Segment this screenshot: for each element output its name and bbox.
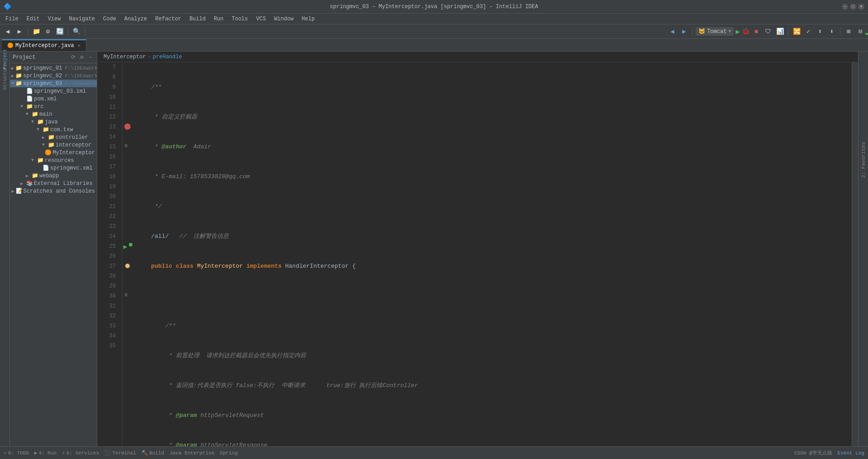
debug-button[interactable]: 🐞 <box>742 28 750 35</box>
menu-run[interactable]: Run <box>210 15 227 23</box>
tree-label: main <box>39 111 52 118</box>
panel-minimize-icon[interactable]: – <box>87 54 94 61</box>
tab-myinterceptor[interactable]: 🟠 MyInterceptor.java ✕ <box>2 39 86 51</box>
run-button[interactable]: ▶ <box>736 27 740 36</box>
status-java-enterprise[interactable]: Java Enterprise <box>170 450 214 456</box>
toolbar-layout-button[interactable]: ⊞ <box>844 27 854 37</box>
tree-item-springmvc01[interactable]: ▶ 📁 springmvc_01 F:\IDEAWorkspri <box>10 64 97 72</box>
tree-arrow: ▶ <box>26 173 30 179</box>
title-bar-left: 🔷 <box>4 3 11 10</box>
minimize-button[interactable]: – <box>842 4 848 10</box>
close-button[interactable]: ✕ <box>858 4 864 10</box>
tree-folder-icon: 📁 <box>32 111 38 118</box>
run-config-selector[interactable]: 🐱 Tomcat ▼ <box>696 27 734 36</box>
tree-label: External Libraries <box>34 180 93 187</box>
tree-item-scratches[interactable]: ▶ 📝 Scratches and Consoles <box>10 187 97 195</box>
tree-folder-icon: 📁 <box>26 103 33 110</box>
line-num-34: 34 <box>100 331 118 341</box>
menu-refactor[interactable]: Refactor <box>151 15 185 23</box>
status-csdn: CSDN @学无止路 <box>794 450 832 456</box>
toolbar-folder-button[interactable]: 📁 <box>31 27 41 37</box>
code-content[interactable]: /** * 自定义拦截器 * @author Adair * E-mail: 1… <box>133 62 852 446</box>
toolbar-commit-button[interactable]: ✓ <box>803 27 813 37</box>
breadcrumb-method[interactable]: preHandle <box>153 54 182 60</box>
status-todo[interactable]: ✓ 6: TODO <box>4 450 29 456</box>
tree-arrow: ▶ <box>42 135 47 140</box>
tree-item-webapp[interactable]: ▶ 📁 webapp <box>10 172 97 180</box>
menu-edit[interactable]: Edit <box>23 15 43 23</box>
project-tool-button[interactable]: Project <box>1 55 9 63</box>
tree-item-java[interactable]: ▼ 📁 java <box>10 118 97 126</box>
tree-item-iml[interactable]: 📄 springmvc_03.iml <box>10 87 97 95</box>
tree-item-springmvc02[interactable]: ▶ 📁 springmvc_02 F:\IDEAWorkspri <box>10 72 97 80</box>
line-num-25: 25 <box>100 241 118 251</box>
tree-folder-icon: 📁 <box>15 65 22 71</box>
tree-item-myinterceptor[interactable]: 🟠 MyInterceptor <box>10 149 97 156</box>
nav-prev-button[interactable]: ◀ <box>667 27 677 37</box>
tree-class-icon: 🟠 <box>45 149 51 156</box>
gutter-fold-30[interactable]: ≡ <box>124 292 127 298</box>
status-services[interactable]: ⚡ 8: Services <box>62 450 99 456</box>
tree-item-interceptor[interactable]: ▼ 📁 interceptor <box>10 141 97 149</box>
toolbar-settings-button[interactable]: ⚙ <box>43 27 53 37</box>
menu-view[interactable]: View <box>44 15 65 23</box>
panel-sync-icon[interactable]: ⟳ <box>70 54 77 61</box>
event-log[interactable]: Event Log <box>838 450 864 456</box>
tree-item-src[interactable]: ▼ 📁 src <box>10 103 97 110</box>
nav-next-button[interactable]: ▶ <box>679 27 689 37</box>
menu-vcs[interactable]: VCS <box>253 15 270 23</box>
panel-settings-icon[interactable]: ⚙ <box>78 54 85 61</box>
stop-button[interactable]: ■ <box>751 27 761 37</box>
tree-item-resources[interactable]: ▼ 📁 resources <box>10 156 97 164</box>
tree-item-controller[interactable]: ▶ 📁 controller <box>10 133 97 141</box>
terminal-icon: ⬛ <box>104 450 111 456</box>
breadcrumb-class[interactable]: MyInterceptor <box>104 54 146 60</box>
status-spring[interactable]: Spring <box>220 450 238 456</box>
toolbar-back-button[interactable]: ◀ <box>3 27 13 37</box>
tree-item-comtxw[interactable]: ▼ 📁 com.txw <box>10 126 97 133</box>
menu-analyze[interactable]: Analyze <box>121 15 151 23</box>
toolbar-forward-button[interactable]: ▶ <box>14 27 24 37</box>
toolbar-profile-button[interactable]: 📊 <box>775 27 785 37</box>
tree-arrow: ▼ <box>26 112 30 117</box>
maximize-button[interactable]: □ <box>850 4 856 10</box>
gutter-fold-15[interactable]: ≡ <box>124 143 127 149</box>
menu-build[interactable]: Build <box>186 15 209 23</box>
menu-window[interactable]: Window <box>270 15 297 23</box>
menu-tools[interactable]: Tools <box>228 15 252 23</box>
toolbar-pull-button[interactable]: ⬇ <box>827 27 837 37</box>
status-run[interactable]: ▶ 4: Run <box>34 450 57 456</box>
tree-item-pom[interactable]: 📄 pom.xml <box>10 95 97 103</box>
tree-item-springmvc03[interactable]: ▼ 📁 springmvc_03 F:\IDEAWorkspri <box>10 80 97 87</box>
status-terminal[interactable]: ⬛ Terminal <box>104 450 136 456</box>
tree-label: resources <box>45 157 74 164</box>
toolbar-push-button[interactable]: ⬆ <box>815 27 825 37</box>
tree-label: interceptor <box>56 142 91 148</box>
left-tool-buttons: Project Structure <box>0 52 10 446</box>
toolbar-search-button[interactable]: 🔍 <box>71 27 81 37</box>
tree-arrow <box>20 89 25 94</box>
tree-item-springmvcxml[interactable]: 📄 springmvc.xml <box>10 164 97 172</box>
tree-item-main[interactable]: ▼ 📁 main <box>10 110 97 118</box>
toolbar-sync-button[interactable]: 🔄 <box>55 27 65 37</box>
line-num-30: 30 <box>100 291 118 301</box>
structure-tool-button[interactable]: Structure <box>1 72 9 80</box>
line-num-11: 11 <box>100 102 118 112</box>
menu-navigate[interactable]: Navigate <box>65 15 99 23</box>
gutter-breakpoint-13[interactable] <box>124 123 131 130</box>
tree-lib-icon: 📚 <box>26 180 33 187</box>
tree-xml-icon: 📄 <box>42 165 49 171</box>
menu-file[interactable]: File <box>2 15 22 23</box>
tree-file-icon: 📄 <box>26 88 33 95</box>
menu-code[interactable]: Code <box>99 15 120 23</box>
toolbar-separator-5 <box>788 28 788 36</box>
toolbar-git-button[interactable]: 🔀 <box>792 27 802 37</box>
favorites-label[interactable]: 2: Favorites <box>861 142 866 178</box>
menu-help[interactable]: Help <box>298 15 318 23</box>
toolbar-coverage-button[interactable]: 🛡 <box>763 27 773 37</box>
toolbar-layout2-button[interactable]: ⊟ <box>855 27 865 37</box>
tree-item-extlibs[interactable]: ▶ 📚 External Libraries <box>10 180 97 187</box>
status-build[interactable]: 🔨 Build <box>142 450 164 456</box>
line-num-22: 22 <box>100 212 118 222</box>
toolbar-separator-2 <box>68 28 68 36</box>
